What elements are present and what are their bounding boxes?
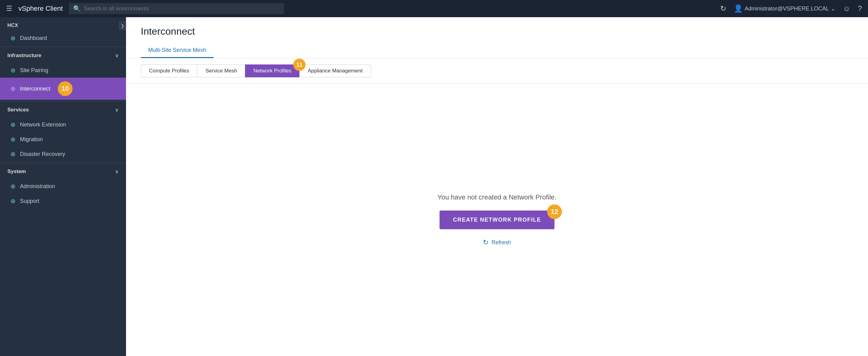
sub-tabs-bar: Compute Profiles Service Mesh Network Pr… — [126, 58, 868, 84]
help-icon[interactable]: ? — [858, 4, 862, 13]
sidebar: ❯ HCX ⊕ Dashboard Infrastructure ∨ ⊕ Sit… — [0, 17, 126, 356]
search-input[interactable] — [84, 5, 280, 12]
refresh-icon[interactable]: ↻ — [720, 4, 726, 13]
sidebar-item-disaster-recovery[interactable]: ⊕ Disaster Recovery — [0, 147, 126, 162]
refresh-button[interactable]: ↻ Refresh — [483, 239, 511, 246]
sub-tab-network-profiles[interactable]: Network Profiles 11 — [245, 65, 299, 77]
sidebar-item-network-extension[interactable]: ⊕ Network Extension — [0, 117, 126, 132]
sidebar-item-label: Dashboard — [20, 35, 47, 41]
sidebar-item-label: Support — [20, 198, 39, 204]
administration-icon: ⊕ — [10, 183, 16, 190]
sidebar-divider-3 — [0, 163, 126, 163]
create-network-profile-button[interactable]: CREATE NETWORK PROFILE — [439, 211, 555, 229]
user-menu[interactable]: 👤 Administrator@VSPHERE.LOCAL ⌄ — [734, 4, 835, 13]
user-icon: 👤 — [734, 4, 743, 13]
search-bar[interactable]: 🔍 — [69, 3, 284, 14]
sub-tab-appliance-management[interactable]: Appliance Management — [299, 65, 371, 77]
user-chevron-icon: ⌄ — [831, 5, 835, 12]
sub-tab-service-mesh[interactable]: Service Mesh — [197, 65, 245, 77]
app-brand: vSphere Client — [19, 5, 63, 12]
refresh-btn-icon: ↻ — [483, 239, 488, 246]
services-label: Services — [7, 107, 29, 113]
site-pairing-icon: ⊕ — [10, 67, 16, 74]
infrastructure-section-header[interactable]: Infrastructure ∨ — [0, 48, 126, 63]
infrastructure-chevron-icon: ∨ — [115, 53, 119, 59]
dashboard-icon: ⊕ — [10, 34, 16, 42]
sidebar-item-label: Network Extension — [20, 121, 66, 128]
top-nav: ☰ vSphere Client 🔍 ↻ 👤 Administrator@VSP… — [0, 0, 868, 17]
create-button-container: CREATE NETWORK PROFILE 12 — [439, 211, 555, 229]
content-body: You have not created a Network Profile. … — [126, 84, 868, 356]
sidebar-collapse-button[interactable]: ❯ — [119, 22, 126, 30]
system-chevron-icon: ∨ — [115, 169, 119, 175]
sidebar-item-label: Interconnect — [20, 85, 51, 92]
sidebar-item-site-pairing[interactable]: ⊕ Site Pairing — [0, 63, 126, 78]
refresh-label: Refresh — [492, 239, 511, 246]
sidebar-divider-2 — [0, 101, 126, 101]
sub-tab-compute-profiles[interactable]: Compute Profiles — [141, 65, 197, 77]
hamburger-icon[interactable]: ☰ — [6, 5, 12, 12]
step-badge-11: 11 — [293, 59, 306, 71]
sidebar-divider — [0, 47, 126, 47]
nav-right-controls: ↻ 👤 Administrator@VSPHERE.LOCAL ⌄ ☺ ? — [720, 4, 862, 13]
disaster-recovery-icon: ⊕ — [10, 150, 16, 158]
sidebar-item-label: Disaster Recovery — [20, 151, 65, 157]
step-badge-12: 12 — [547, 204, 562, 219]
sidebar-item-label: Site Pairing — [20, 67, 48, 74]
sidebar-item-support[interactable]: ⊕ Support — [0, 194, 126, 208]
main-layout: ❯ HCX ⊕ Dashboard Infrastructure ∨ ⊕ Sit… — [0, 17, 868, 356]
services-section-header[interactable]: Services ∨ — [0, 103, 126, 117]
sidebar-item-label: Migration — [20, 136, 43, 143]
sidebar-item-interconnect[interactable]: ⊕ Interconnect 10 — [0, 78, 126, 100]
hcx-label: HCX — [0, 17, 126, 31]
sidebar-item-migration[interactable]: ⊕ Migration — [0, 132, 126, 147]
system-label: System — [7, 169, 26, 175]
services-chevron-icon: ∨ — [115, 107, 119, 113]
main-content: Interconnect Multi-Site Service Mesh Com… — [126, 17, 868, 356]
page-title: Interconnect — [141, 26, 853, 37]
smiley-icon[interactable]: ☺ — [843, 4, 850, 13]
content-header: Interconnect Multi-Site Service Mesh — [126, 17, 868, 58]
system-section-header[interactable]: System ∨ — [0, 164, 126, 179]
sidebar-item-dashboard[interactable]: ⊕ Dashboard — [0, 31, 126, 45]
main-tabs: Multi-Site Service Mesh — [141, 43, 853, 58]
sidebar-item-label: Administration — [20, 183, 55, 190]
network-extension-icon: ⊕ — [10, 121, 16, 128]
migration-icon: ⊕ — [10, 136, 16, 143]
search-icon: 🔍 — [73, 5, 81, 12]
sidebar-item-administration[interactable]: ⊕ Administration — [0, 179, 126, 194]
step-badge-10: 10 — [58, 81, 72, 96]
empty-message: You have not created a Network Profile. — [438, 193, 557, 201]
interconnect-icon: ⊕ — [10, 85, 16, 93]
infrastructure-label: Infrastructure — [7, 52, 41, 59]
user-label: Administrator@VSPHERE.LOCAL — [745, 5, 829, 12]
tab-multi-site-service-mesh[interactable]: Multi-Site Service Mesh — [141, 43, 214, 58]
support-icon: ⊕ — [10, 197, 16, 205]
